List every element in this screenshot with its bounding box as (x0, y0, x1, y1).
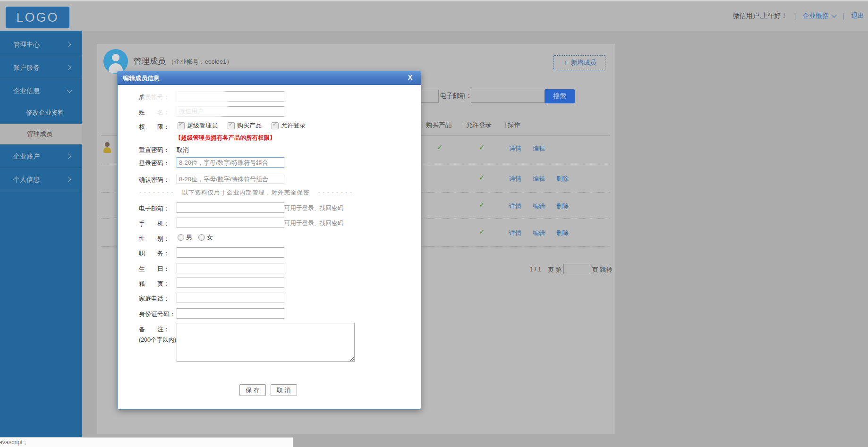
row-edit-link[interactable]: 编辑 (533, 175, 545, 183)
row-delete-link[interactable]: 删除 (556, 175, 569, 183)
search-button[interactable]: 搜索 (545, 89, 575, 103)
table-header-buy-product: 购买产品 (426, 121, 451, 129)
browser-status-bar: javascript:; (0, 437, 293, 447)
check-glyph: ✓ (229, 121, 233, 127)
mobile-hint: 可用于登录、找回密码 (284, 219, 343, 228)
row-detail-link[interactable]: 详情 (509, 202, 521, 211)
id-card-label: 身份证号码： (139, 310, 176, 319)
sidebar-subitem-manage-members[interactable]: 管理成员 (0, 124, 82, 144)
column-divider (423, 122, 423, 128)
checkbox-checked-icon: ✓ (178, 122, 185, 129)
check-icon: ✓ (479, 201, 485, 209)
sidebar-subitem-edit-company-profile[interactable]: 修改企业资料 (0, 102, 82, 124)
hometown-label: 籍 贯： (139, 279, 170, 288)
chevron-right-icon (66, 65, 71, 70)
nav-logout-label: 退出 (851, 12, 864, 20)
sidebar-subitem-label: 管理成员 (27, 130, 52, 137)
sidebar: 管理中心 账户服务 企业信息 修改企业资料 管理成员 企业账户 个人信息 (0, 31, 82, 437)
permission-label: 权 限： (139, 123, 170, 131)
close-icon[interactable]: X (408, 74, 412, 81)
checkbox-allow-login[interactable]: ✓ 允许登录 (272, 121, 306, 130)
checkbox-buy-product[interactable]: ✓ 购买产品 (228, 121, 262, 130)
greeting-text: 微信用户,上午好！ (733, 12, 788, 20)
page-subtitle: （企业帐号：ecolee1） (168, 58, 233, 65)
sidebar-subitem-label: 修改企业资料 (26, 109, 64, 116)
add-member-button[interactable]: ＋ 新增成员 (553, 55, 605, 70)
password-input[interactable] (177, 157, 284, 168)
gender-label: 性 别： (139, 235, 170, 243)
sidebar-item-personal-info[interactable]: 个人信息 (0, 168, 82, 191)
row-delete-link[interactable]: 删除 (556, 229, 569, 237)
home-phone-input[interactable] (177, 293, 284, 303)
pagination-page-input[interactable] (563, 264, 592, 274)
mobile-label: 手 机： (139, 219, 170, 228)
gender-radio-group: 男 女 (178, 233, 213, 242)
mobile-input[interactable] (177, 218, 284, 228)
header-separator: | (794, 12, 796, 20)
hometown-input[interactable] (177, 278, 284, 288)
censor-blur-patch (142, 87, 228, 118)
check-icon: ✓ (479, 228, 485, 236)
nav-logout[interactable]: 退出 (851, 12, 864, 20)
modal-title: 编辑成员信息 (123, 74, 160, 83)
note-textarea[interactable] (177, 323, 355, 362)
chevron-right-icon (66, 177, 71, 182)
column-divider (463, 122, 463, 128)
nav-company-overview[interactable]: 企业概括 (802, 12, 836, 20)
sidebar-item-account-service[interactable]: 账户服务 (0, 56, 82, 79)
app-root: LOGO 微信用户,上午好！ | 企业概括 | 退出 管理中心 账户服务 企业信… (0, 0, 868, 447)
radio-label: 女 (207, 233, 213, 242)
sidebar-item-company-account[interactable]: 企业账户 (0, 144, 82, 168)
confirm-password-input[interactable] (177, 174, 284, 184)
nav-company-overview-label: 企业概括 (802, 12, 829, 20)
note-sub-label: (200个字以内) (139, 336, 176, 344)
sidebar-item-admin-center[interactable]: 管理中心 (0, 33, 82, 56)
row-edit-link[interactable]: 编辑 (533, 202, 545, 211)
row-detail-link[interactable]: 详情 (509, 144, 521, 153)
member-avatar-icon (103, 49, 128, 74)
birthday-label: 生 日： (139, 265, 170, 273)
logo[interactable]: LOGO (6, 7, 69, 28)
table-header-allow-login: 允许登录 (466, 121, 492, 129)
save-button[interactable]: 保 存 (239, 384, 266, 396)
note-label: 备 注： (139, 325, 170, 334)
radio-female[interactable]: 女 (198, 233, 213, 242)
confirm-password-label: 确认密码： (139, 176, 170, 184)
row-detail-link[interactable]: 详情 (509, 175, 521, 183)
checkbox-label: 允许登录 (281, 121, 306, 130)
check-icon: ✓ (437, 143, 443, 152)
modal-titlebar[interactable]: 编辑成员信息 X (118, 71, 421, 85)
pagination-info: 1 / 1 (529, 266, 541, 273)
radio-icon (178, 234, 184, 241)
sidebar-item-label: 企业账户 (13, 152, 40, 160)
password-label: 登录密码： (139, 159, 170, 168)
radio-label: 男 (186, 233, 192, 242)
birthday-input[interactable] (177, 263, 284, 273)
email-input[interactable] (177, 202, 284, 213)
email-label: 电子邮箱： (139, 204, 170, 213)
sidebar-item-company-info[interactable]: 企业信息 (0, 79, 82, 102)
chevron-right-icon (66, 153, 71, 159)
edit-member-modal: 编辑成员信息 X 成员帐号： 姓 名： 权 限： ✓ 超级管理员 ✓ 购买产品 … (117, 71, 421, 410)
avatar-head-shape (105, 142, 110, 147)
logo-text: LOGO (16, 10, 59, 25)
chevron-down-icon (832, 12, 837, 17)
radio-male[interactable]: 男 (178, 233, 192, 242)
page-title-text: 管理成员 (134, 57, 166, 66)
row-edit-link[interactable]: 编辑 (533, 144, 545, 153)
pagination-jump[interactable]: 页 跳转 (592, 266, 613, 274)
reset-password-cancel-link[interactable]: 取消 (177, 146, 189, 154)
add-member-button-label: ＋ 新增成员 (562, 59, 596, 67)
cancel-button[interactable]: 取 消 (271, 384, 297, 396)
avatar-body-shape (103, 147, 111, 153)
row-delete-link[interactable]: 删除 (556, 202, 569, 211)
chevron-down-icon (67, 87, 72, 93)
job-input[interactable] (177, 247, 284, 258)
page-title: 管理成员 （企业帐号：ecolee1） (134, 56, 232, 67)
avatar-head-shape (112, 54, 119, 61)
row-edit-link[interactable]: 编辑 (533, 229, 545, 237)
checkbox-super-admin[interactable]: ✓ 超级管理员 (178, 121, 218, 130)
id-card-input[interactable] (177, 308, 284, 319)
search-email-input[interactable] (471, 90, 545, 103)
row-detail-link[interactable]: 详情 (509, 229, 521, 237)
